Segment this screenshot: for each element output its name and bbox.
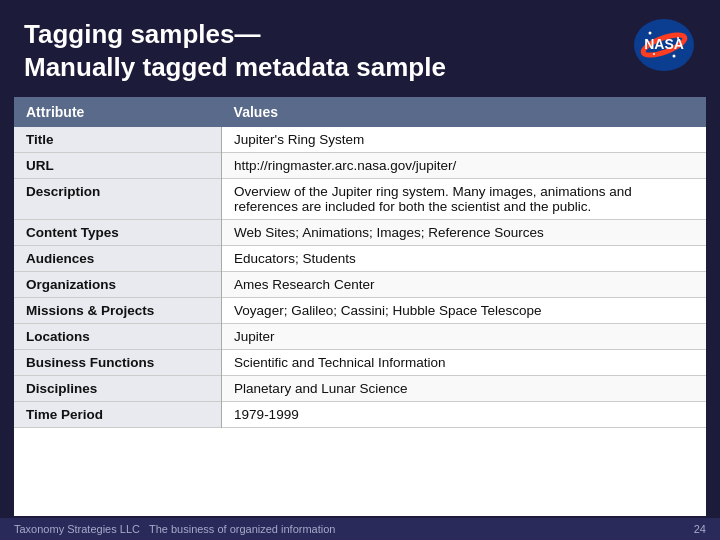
attribute-cell: Business Functions [14,350,222,376]
tagline: The business of organized information [149,523,336,535]
page-number: 24 [694,523,706,535]
table-row: LocationsJupiter [14,324,706,350]
table-row: AudiencesEducators; Students [14,246,706,272]
attribute-cell: Audiences [14,246,222,272]
svg-point-2 [649,32,652,35]
table-row: Content TypesWeb Sites; Animations; Imag… [14,220,706,246]
svg-text:NASA: NASA [644,36,684,52]
value-cell: 1979-1999 [222,402,706,428]
value-cell: Web Sites; Animations; Images; Reference… [222,220,706,246]
attribute-cell: Disciplines [14,376,222,402]
value-cell: Overview of the Jupiter ring system. Man… [222,179,706,220]
slide-title: Tagging samples— Manually tagged metadat… [24,18,446,83]
col-values-header: Values [222,97,706,127]
value-cell: Scientific and Technical Information [222,350,706,376]
value-cell: Ames Research Center [222,272,706,298]
table-row: URLhttp://ringmaster.arc.nasa.gov/jupite… [14,153,706,179]
content-area: Attribute Values TitleJupiter's Ring Sys… [14,97,706,516]
attribute-cell: Description [14,179,222,220]
table-row: OrganizationsAmes Research Center [14,272,706,298]
value-cell: http://ringmaster.arc.nasa.gov/jupiter/ [222,153,706,179]
value-cell: Jupiter's Ring System [222,127,706,153]
attribute-cell: Organizations [14,272,222,298]
table-row: TitleJupiter's Ring System [14,127,706,153]
company-name: Taxonomy Strategies LLC [14,523,140,535]
title-line2: Manually tagged metadata sample [24,52,446,82]
slide: Tagging samples— Manually tagged metadat… [0,0,720,540]
col-attribute-header: Attribute [14,97,222,127]
value-cell: Jupiter [222,324,706,350]
value-cell: Educators; Students [222,246,706,272]
metadata-table: Attribute Values TitleJupiter's Ring Sys… [14,97,706,428]
value-cell: Voyager; Galileo; Cassini; Hubble Space … [222,298,706,324]
attribute-cell: URL [14,153,222,179]
table-header-row: Attribute Values [14,97,706,127]
attribute-cell: Content Types [14,220,222,246]
value-cell: Planetary and Lunar Science [222,376,706,402]
svg-point-5 [673,55,676,58]
nasa-logo: NASA [632,18,696,72]
attribute-cell: Time Period [14,402,222,428]
table-row: Business FunctionsScientific and Technic… [14,350,706,376]
footer: Taxonomy Strategies LLC The business of … [0,518,720,540]
header: Tagging samples— Manually tagged metadat… [0,0,720,97]
footer-left: Taxonomy Strategies LLC The business of … [14,523,335,535]
table-row: Time Period1979-1999 [14,402,706,428]
table-row: DisciplinesPlanetary and Lunar Science [14,376,706,402]
attribute-cell: Title [14,127,222,153]
table-row: Missions & ProjectsVoyager; Galileo; Cas… [14,298,706,324]
attribute-cell: Locations [14,324,222,350]
attribute-cell: Missions & Projects [14,298,222,324]
table-row: DescriptionOverview of the Jupiter ring … [14,179,706,220]
svg-point-4 [653,53,655,55]
title-line1: Tagging samples— [24,19,260,49]
